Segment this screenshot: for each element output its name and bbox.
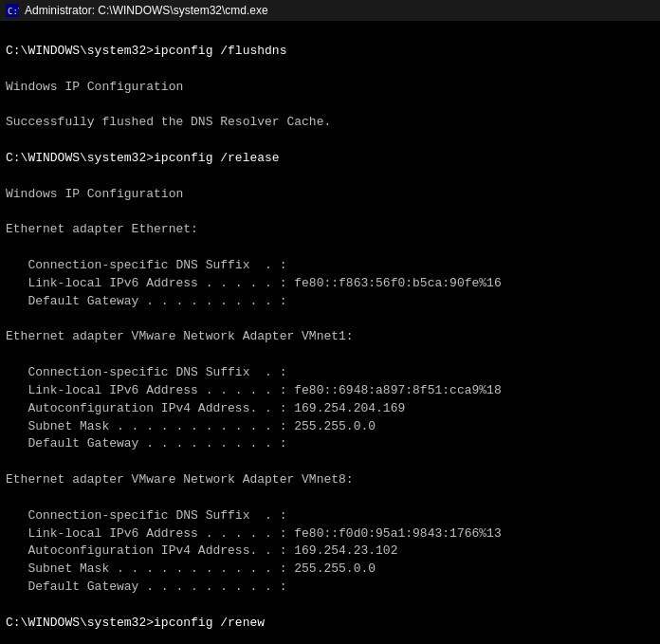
output-line: Ethernet adapter VMware Network Adapter …: [6, 471, 654, 489]
output-line: Link-local IPv6 Address . . . . . : fe80…: [6, 382, 654, 400]
blank-line: [6, 61, 654, 79]
output-line: Windows IP Configuration: [6, 186, 654, 204]
output-line: Subnet Mask . . . . . . . . . . . : 255.…: [6, 561, 654, 579]
terminal-output: C:\WINDOWS\system32>ipconfig /flushdnsWi…: [0, 21, 660, 644]
blank-line: [6, 633, 654, 644]
blank-line: [6, 239, 654, 257]
blank-line: [6, 168, 654, 186]
output-line: Subnet Mask . . . . . . . . . . . : 255.…: [6, 418, 654, 436]
output-line: Autoconfiguration IPv4 Address. . : 169.…: [6, 400, 654, 418]
blank-line: [6, 132, 654, 150]
blank-line: [6, 311, 654, 329]
output-line: Windows IP Configuration: [6, 79, 654, 97]
prompt-line: C:\WINDOWS\system32>ipconfig /release: [6, 150, 654, 168]
output-line: Ethernet adapter VMware Network Adapter …: [6, 328, 654, 346]
output-line: Connection-specific DNS Suffix . :: [6, 364, 654, 382]
output-line: Ethernet adapter Ethernet:: [6, 221, 654, 239]
output-line: Connection-specific DNS Suffix . :: [6, 507, 654, 525]
blank-line: [6, 96, 654, 114]
prompt-line: C:\WINDOWS\system32>ipconfig /renew: [6, 615, 654, 633]
output-line: Successfully flushed the DNS Resolver Ca…: [6, 114, 654, 132]
output-line: Default Gateway . . . . . . . . . :: [6, 579, 654, 597]
output-line: Link-local IPv6 Address . . . . . : fe80…: [6, 525, 654, 543]
output-line: Default Gateway . . . . . . . . . :: [6, 435, 654, 453]
output-line: Connection-specific DNS Suffix . :: [6, 257, 654, 275]
blank-line: [6, 453, 654, 471]
prompt-line: C:\WINDOWS\system32>ipconfig /flushdns: [6, 43, 654, 61]
title-bar-text: Administrator: C:\WINDOWS\system32\cmd.e…: [25, 4, 268, 17]
blank-line: [6, 489, 654, 507]
title-bar: C:\ Administrator: C:\WINDOWS\system32\c…: [0, 0, 660, 21]
blank-line: [6, 346, 654, 364]
output-line: Default Gateway . . . . . . . . . :: [6, 293, 654, 311]
output-line: Autoconfiguration IPv4 Address. . : 169.…: [6, 543, 654, 561]
blank-line: [6, 203, 654, 221]
svg-text:C:\: C:\: [8, 7, 19, 16]
blank-line: [6, 597, 654, 615]
cmd-icon: C:\: [6, 4, 19, 17]
output-line: Link-local IPv6 Address . . . . . : fe80…: [6, 275, 654, 293]
